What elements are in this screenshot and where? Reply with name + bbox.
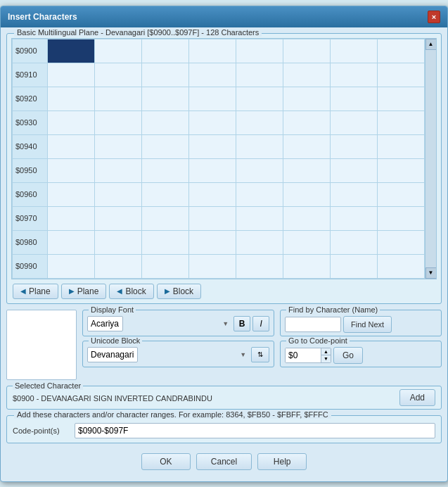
sort-button[interactable]: ⇅ [251,347,269,362]
grid-cell[interactable] [189,63,236,87]
grid-cell[interactable] [283,111,331,135]
grid-cell[interactable] [283,135,331,159]
prev-block-button[interactable]: ◀ Block [109,284,153,299]
grid-cell[interactable] [331,135,378,159]
grid-cell[interactable] [378,207,425,231]
grid-cell[interactable] [142,39,189,63]
codepoint-spinner[interactable]: $0 ▲ ▼ [285,348,331,363]
grid-cell[interactable] [142,183,189,207]
font-dropdown[interactable]: Acariya [87,316,123,331]
grid-cell[interactable] [95,255,142,279]
grid-cell[interactable] [48,183,95,207]
grid-cell[interactable] [236,87,283,111]
grid-cell[interactable] [331,63,378,87]
grid-cell[interactable] [236,63,283,87]
grid-cell[interactable] [189,159,236,183]
grid-cell[interactable] [142,159,189,183]
grid-cell[interactable] [189,207,236,231]
grid-cell[interactable] [331,39,378,63]
close-button[interactable]: × [428,11,440,23]
grid-scrollbar[interactable]: ▲ ▼ [425,39,436,279]
next-plane-button[interactable]: ▶ Plane [61,284,107,299]
grid-cell[interactable] [95,87,142,111]
grid-cell[interactable] [142,255,189,279]
grid-cell[interactable] [48,39,95,63]
grid-cell[interactable] [48,207,95,231]
scroll-up-arrow[interactable]: ▲ [425,39,437,50]
grid-cell[interactable] [236,207,283,231]
grid-cell[interactable] [378,231,425,255]
grid-cell[interactable] [236,39,283,63]
grid-cell[interactable] [142,231,189,255]
grid-cell[interactable] [236,159,283,183]
grid-cell[interactable] [331,111,378,135]
bold-button[interactable]: B [233,316,250,331]
grid-cell[interactable] [142,111,189,135]
grid-cell[interactable] [48,87,95,111]
grid-cell[interactable] [189,183,236,207]
grid-cell[interactable] [331,231,378,255]
grid-cell[interactable] [189,255,236,279]
grid-cell[interactable] [48,159,95,183]
grid-cell[interactable] [189,135,236,159]
grid-cell[interactable] [142,135,189,159]
grid-cell[interactable] [95,231,142,255]
grid-cell[interactable] [378,135,425,159]
grid-cell[interactable] [48,63,95,87]
grid-cell[interactable] [142,87,189,111]
grid-cell[interactable] [283,159,331,183]
grid-cell[interactable] [331,183,378,207]
grid-cell[interactable] [189,231,236,255]
next-block-button[interactable]: ▶ Block [157,284,201,299]
grid-cell[interactable] [283,183,331,207]
grid-cell[interactable] [378,159,425,183]
help-button[interactable]: Help [257,453,307,470]
grid-cell[interactable] [95,207,142,231]
grid-cell[interactable] [189,87,236,111]
add-button[interactable]: Add [399,389,435,406]
grid-cell[interactable] [283,231,331,255]
grid-cell[interactable] [236,183,283,207]
grid-cell[interactable] [48,255,95,279]
find-next-button[interactable]: Find Next [343,316,392,333]
grid-cell[interactable] [378,87,425,111]
codepoint-spinner-input[interactable]: $0 [286,348,321,362]
grid-cell[interactable] [95,135,142,159]
grid-cell[interactable] [142,63,189,87]
grid-cell[interactable] [378,63,425,87]
grid-cell[interactable] [378,39,425,63]
spinner-down-button[interactable]: ▼ [321,355,331,362]
grid-cell[interactable] [95,183,142,207]
grid-cell[interactable] [142,207,189,231]
grid-cell[interactable] [189,39,236,63]
grid-cell[interactable] [236,231,283,255]
cancel-button[interactable]: Cancel [196,453,252,470]
grid-cell[interactable] [331,207,378,231]
grid-cell[interactable] [378,183,425,207]
grid-cell[interactable] [378,111,425,135]
prev-plane-button[interactable]: ◀ Plane [13,284,58,299]
grid-cell[interactable] [331,159,378,183]
grid-cell[interactable] [331,255,378,279]
grid-cell[interactable] [48,111,95,135]
grid-cell[interactable] [48,231,95,255]
unicode-block-dropdown[interactable]: Devanagari [87,347,138,362]
grid-cell[interactable] [95,159,142,183]
codepoint-field[interactable]: $0900-$097F [75,423,435,438]
grid-cell[interactable] [48,135,95,159]
grid-cell[interactable] [283,87,331,111]
grid-cell[interactable] [331,87,378,111]
grid-cell[interactable] [283,39,331,63]
grid-cell[interactable] [236,255,283,279]
italic-button[interactable]: I [252,316,269,331]
go-button[interactable]: Go [333,347,363,364]
grid-cell[interactable] [236,111,283,135]
grid-cell[interactable] [95,39,142,63]
find-char-input[interactable] [285,317,341,332]
grid-cell[interactable] [283,207,331,231]
grid-cell[interactable] [283,63,331,87]
grid-cell[interactable] [189,111,236,135]
grid-cell[interactable] [95,63,142,87]
ok-button[interactable]: OK [141,453,191,470]
grid-cell[interactable] [283,255,331,279]
